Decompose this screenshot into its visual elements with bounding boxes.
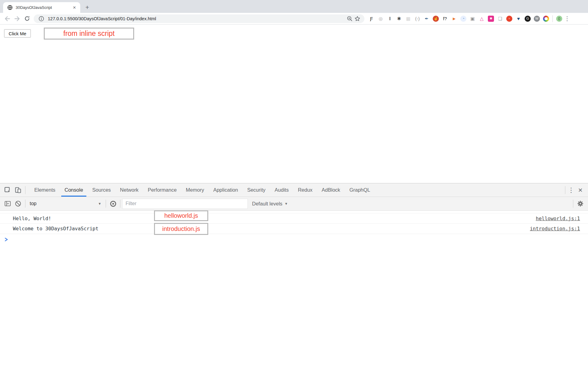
divider (25, 200, 25, 208)
paren-dash-icon[interactable]: (-) (413, 15, 421, 23)
page-content: Click Me from inline script (0, 25, 588, 183)
adblock-hand-icon[interactable]: ☝ (432, 15, 440, 23)
console-message-row[interactable]: Hello, World! helloworld.js:1 (0, 213, 588, 224)
tab-title: 30DaysOfJavaScript (16, 5, 72, 10)
red-app-icon[interactable]: ▫ (505, 15, 513, 23)
globe-favicon-icon (7, 5, 13, 10)
divider (120, 200, 120, 208)
divider (25, 186, 25, 194)
levels-label: Default levels (252, 201, 282, 207)
tab-strip: 30DaysOfJavaScript × + (0, 0, 588, 13)
devtools-tab-console[interactable]: Console (60, 183, 88, 197)
blocks-arrow-icon[interactable]: ❏ (496, 15, 504, 23)
execution-context-select[interactable]: top ▼ (27, 201, 104, 206)
console-source-link[interactable]: helloworld.js:1 (536, 216, 580, 221)
devtools-tab-adblock[interactable]: AdBlock (317, 183, 345, 197)
browser-window: 30DaysOfJavaScript × + 127.0.0.1:5500/30… (0, 0, 588, 368)
console-messages: Hello, World! helloworld.js:1 Welcome to… (0, 211, 588, 245)
clear-console-icon[interactable] (13, 198, 23, 209)
info-icon[interactable] (37, 15, 45, 23)
devtools-tabs: ElementsConsoleSourcesNetworkPerformance… (30, 183, 375, 197)
devtools-menu-icon[interactable]: ⋮ (567, 186, 575, 194)
camera-icon[interactable]: ▣ (469, 15, 477, 23)
chevron-down-icon: ▼ (98, 202, 101, 205)
extensions-divider (552, 15, 553, 22)
console-sidebar-toggle-icon[interactable] (2, 198, 13, 209)
divider (573, 200, 573, 208)
devtools-tab-sources[interactable]: Sources (88, 183, 115, 197)
devtools-tab-memory[interactable]: Memory (181, 183, 209, 197)
devtools-tab-audits[interactable]: Audits (270, 183, 293, 197)
zoom-icon[interactable] (345, 15, 353, 23)
browser-tab[interactable]: 30DaysOfJavaScript × (3, 2, 80, 13)
device-toolbar-icon[interactable] (13, 185, 23, 195)
url-text[interactable]: 127.0.0.1:5500/30DaysOfJavaScript/01-Day… (48, 16, 345, 21)
live-expression-eye-icon[interactable] (108, 198, 118, 209)
devtools-tab-performance[interactable]: Performance (143, 183, 181, 197)
extensions-row: Ƒ◎‖✱▦(-)✒☝f?►◔▣△✱❏▫♥GW{} (368, 15, 563, 23)
heart-magnifier-icon[interactable]: ♥ (514, 15, 522, 23)
font-ninja-icon[interactable]: Ƒ (368, 15, 375, 23)
megaphone-icon[interactable]: ► (450, 15, 458, 23)
inspect-element-icon[interactable] (2, 185, 13, 195)
click-me-button[interactable]: Click Me (4, 29, 31, 38)
log-levels-select[interactable]: Default levels ▼ (252, 201, 288, 207)
divider (106, 200, 106, 208)
console-source-link[interactable]: introduction.js:1 (530, 226, 580, 232)
console-filter-input[interactable] (122, 199, 248, 209)
devtools-tab-application[interactable]: Application (209, 183, 243, 197)
pause-bars-icon[interactable]: ‖ (386, 15, 394, 23)
devtools-panel: ElementsConsoleSourcesNetworkPerformance… (0, 183, 588, 368)
pink-triangle-icon[interactable]: △ (478, 15, 486, 23)
devtools-close-icon[interactable]: × (575, 186, 586, 194)
inline-script-box: from inline script (44, 28, 134, 40)
context-selected-value: top (30, 201, 36, 206)
tab-close-icon[interactable]: × (72, 4, 77, 11)
devtools-tab-redux[interactable]: Redux (293, 183, 317, 197)
browser-toolbar: 127.0.0.1:5500/30DaysOfJavaScript/01-Day… (0, 13, 588, 25)
json-formatter-icon[interactable]: {} (555, 15, 563, 23)
console-prompt[interactable] (0, 234, 588, 245)
grid-icon[interactable]: ▦ (404, 15, 412, 23)
reload-button[interactable] (22, 14, 32, 24)
settings-gear-icon[interactable] (575, 198, 586, 209)
devtools-tab-security[interactable]: Security (243, 183, 270, 197)
chevron-down-icon: ▼ (285, 202, 288, 205)
devtools-tab-bar: ElementsConsoleSourcesNetworkPerformance… (0, 183, 588, 197)
forward-button[interactable] (12, 14, 22, 24)
pink-gear-icon[interactable]: ✱ (487, 15, 495, 23)
console-toolbar: top ▼ Default levels ▼ (0, 197, 588, 211)
bookmark-star-icon[interactable] (353, 15, 361, 23)
browser-menu-icon[interactable]: ⋮ (563, 15, 571, 22)
devtools-tab-graphql[interactable]: GraphQL (345, 183, 375, 197)
divider (565, 186, 565, 194)
console-message-text: Hello, World! (13, 216, 51, 221)
orbit-icon[interactable]: ◎ (377, 15, 385, 23)
eyedropper-icon[interactable]: ✒ (423, 15, 431, 23)
bug-icon[interactable]: ✱ (395, 15, 403, 23)
f-question-icon[interactable]: f? (441, 15, 449, 23)
console-message-row[interactable]: Welcome to 30DaysOfJavaScript introducti… (0, 224, 588, 234)
console-message-text: Welcome to 30DaysOfJavaScript (13, 226, 98, 232)
gravatar-icon[interactable]: G (524, 15, 532, 23)
back-button[interactable] (2, 14, 12, 24)
swirl-icon[interactable]: ◔ (459, 15, 467, 23)
color-wheel-icon[interactable] (542, 15, 550, 23)
devtools-tab-elements[interactable]: Elements (30, 183, 60, 197)
annotation-helloworld: helloworld.js (154, 210, 208, 221)
prompt-chevron-icon (4, 237, 9, 242)
address-bar[interactable]: 127.0.0.1:5500/30DaysOfJavaScript/01-Day… (34, 14, 364, 23)
w-circle-icon[interactable]: W (533, 15, 541, 23)
annotation-introduction: introduction.js (154, 223, 208, 235)
devtools-tab-network[interactable]: Network (115, 183, 143, 197)
new-tab-button[interactable]: + (83, 3, 92, 12)
